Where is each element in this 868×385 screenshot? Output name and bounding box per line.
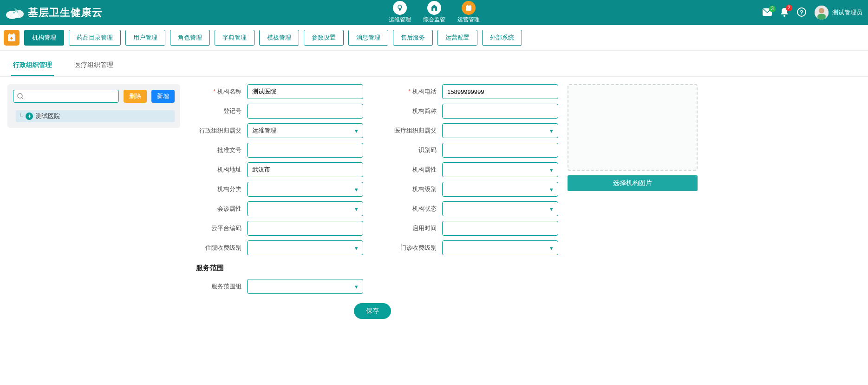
upload-area: 选择机构图片 [568, 84, 698, 319]
svg-point-2 [13, 12, 15, 13]
tree-expand-icon[interactable]: + [26, 113, 33, 120]
outpatient-level-select[interactable]: ▾ [442, 240, 558, 255]
sub-tabs: 行政组织管理 医疗组织管理 [0, 51, 868, 77]
tree-node-root[interactable]: └ + 测试医院 [16, 110, 175, 122]
tree-branch-icon: └ [19, 113, 23, 120]
enable-time-input[interactable] [442, 221, 558, 236]
svg-rect-17 [9, 33, 10, 36]
svg-rect-5 [433, 8, 435, 11]
form-grid: *机构名称 *机构电话 登记号 机构简称 行政组织归属父 运维管理 ▾ [187, 84, 558, 319]
search-icon [17, 93, 24, 100]
mail-icon[interactable]: 3 [763, 8, 772, 17]
delete-button[interactable]: 删除 [124, 90, 147, 103]
toolbar-item-external[interactable]: 外部系统 [482, 30, 522, 46]
module-icon [4, 30, 20, 46]
header-nav: 运维管理 综合监管 运营管理 [389, 0, 480, 24]
mail-badge: 3 [769, 6, 776, 12]
chevron-down-icon: ▾ [550, 186, 553, 193]
user-name: 测试管理员 [832, 8, 862, 17]
svg-rect-7 [467, 5, 468, 7]
form-area: *机构名称 *机构电话 登记号 机构简称 行政组织归属父 运维管理 ▾ [187, 84, 861, 319]
save-button[interactable]: 保存 [354, 303, 391, 319]
choose-image-button[interactable]: 选择机构图片 [568, 175, 698, 191]
toolbar-item-dict[interactable]: 字典管理 [215, 30, 255, 46]
header-right: 3 2 ? 测试管理员 [763, 6, 862, 20]
header-nav-operate[interactable]: 运营管理 [457, 1, 480, 24]
bell-icon[interactable]: 2 [780, 7, 789, 18]
consult-attr-select[interactable]: ▾ [247, 201, 363, 216]
section-title-service: 服务范围 [187, 260, 558, 274]
org-status-select[interactable]: ▾ [442, 201, 558, 216]
cloud-code-input[interactable] [247, 221, 363, 236]
org-name-input[interactable] [247, 84, 363, 99]
add-button[interactable]: 新增 [151, 90, 175, 103]
tab-med-org[interactable]: 医疗组织管理 [72, 57, 115, 76]
org-short-input[interactable] [442, 104, 558, 119]
svg-point-10 [783, 15, 785, 17]
svg-rect-18 [13, 33, 14, 36]
svg-point-3 [398, 5, 402, 9]
tree-search-input[interactable] [24, 93, 115, 100]
org-attr-select[interactable]: ▾ [442, 162, 558, 177]
svg-point-1 [13, 10, 24, 18]
chevron-down-icon: ▾ [355, 245, 358, 252]
chevron-down-icon: ▾ [355, 283, 358, 290]
chevron-down-icon: ▾ [355, 206, 358, 212]
approve-no-input[interactable] [247, 143, 363, 158]
org-cat-select[interactable]: ▾ [247, 182, 363, 197]
toolbar-item-template[interactable]: 模板管理 [259, 30, 299, 46]
toolbar-item-message[interactable]: 消息管理 [348, 30, 388, 46]
avatar [815, 6, 829, 20]
user-area[interactable]: 测试管理员 [815, 6, 862, 20]
app-title: 基层卫生健康云 [28, 6, 103, 20]
left-panel: 删除 新增 └ + 测试医院 [7, 84, 180, 128]
toolbar-item-drug[interactable]: 药品目录管理 [69, 30, 121, 46]
tab-admin-org[interactable]: 行政组织管理 [11, 57, 54, 76]
toolbar-item-operate[interactable]: 运营配置 [437, 30, 477, 46]
toolbar-item-role[interactable]: 角色管理 [170, 30, 210, 46]
org-tree: └ + 测试医院 [13, 110, 175, 122]
logo-block: 基层卫生健康云 [6, 5, 103, 20]
content: 删除 新增 └ + 测试医院 *机构名称 *机构电话 登记号 [0, 77, 868, 326]
chevron-down-icon: ▾ [550, 166, 553, 173]
service-scope-group-select[interactable]: ▾ [247, 279, 363, 294]
admin-parent-select[interactable]: 运维管理 ▾ [247, 123, 363, 138]
app-header: 基层卫生健康云 运维管理 综合监管 运营管理 3 2 [0, 0, 868, 25]
bell-badge: 2 [786, 5, 792, 11]
toolbar-item-param[interactable]: 参数设置 [304, 30, 344, 46]
toolbar-item-org[interactable]: 机构管理 [24, 30, 64, 46]
org-phone-input[interactable] [442, 84, 558, 99]
logo-icon [6, 5, 24, 20]
header-nav-ops[interactable]: 运维管理 [389, 1, 411, 24]
svg-rect-8 [470, 5, 470, 7]
svg-point-14 [819, 8, 824, 13]
toolbar-item-after[interactable]: 售后服务 [393, 30, 433, 46]
inpatient-level-select[interactable]: ▾ [247, 240, 363, 255]
upload-dropzone[interactable] [568, 84, 698, 171]
chevron-down-icon: ▾ [550, 127, 553, 134]
svg-rect-15 [817, 14, 826, 20]
help-icon[interactable]: ? [797, 7, 806, 18]
toolbar-item-user[interactable]: 用户管理 [125, 30, 165, 46]
ident-code-input[interactable] [442, 143, 558, 158]
svg-line-20 [22, 98, 23, 99]
svg-text:?: ? [800, 9, 803, 16]
svg-rect-6 [466, 6, 471, 11]
chevron-down-icon: ▾ [550, 206, 553, 212]
med-parent-select[interactable]: ▾ [442, 123, 558, 138]
header-nav-supervise[interactable]: 综合监管 [423, 1, 445, 24]
org-addr-input[interactable] [247, 162, 363, 177]
chevron-down-icon: ▾ [355, 186, 358, 193]
module-toolbar: 机构管理 药品目录管理 用户管理 角色管理 字典管理 模板管理 参数设置 消息管… [0, 25, 868, 51]
svg-point-19 [18, 93, 22, 98]
tree-node-label: 测试医院 [36, 112, 60, 120]
tree-search[interactable] [13, 90, 119, 103]
chevron-down-icon: ▾ [550, 245, 553, 252]
reg-no-input[interactable] [247, 104, 363, 119]
svg-rect-4 [399, 8, 401, 11]
org-level-select[interactable]: ▾ [442, 182, 558, 197]
